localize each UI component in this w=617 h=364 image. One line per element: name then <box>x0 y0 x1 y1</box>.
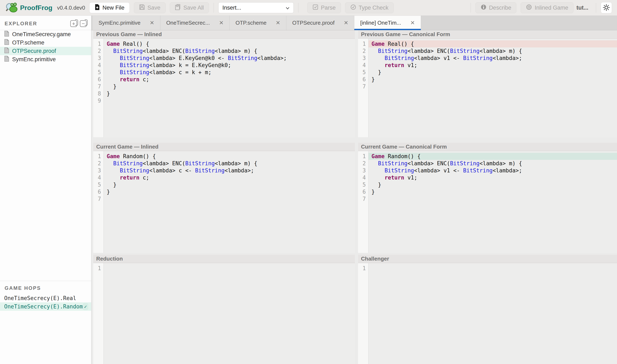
circle-check-icon <box>350 4 356 12</box>
code-line: } <box>369 181 617 188</box>
code-editor[interactable]: Game Random() { BitString<lambda> ENC(Bi… <box>369 151 617 253</box>
code-line: } <box>369 69 617 76</box>
panel-title: Challenger <box>358 255 617 263</box>
code-editor[interactable] <box>104 263 355 364</box>
new-file-button[interactable]: New File <box>89 2 130 13</box>
sun-icon <box>603 4 610 12</box>
file-icon <box>4 56 9 63</box>
check-icon: ✓ <box>83 303 88 310</box>
code-editor[interactable]: Game Real() { BitString<lambda> ENC(BitS… <box>369 39 617 137</box>
code-line <box>104 265 355 272</box>
code-line <box>369 265 617 272</box>
panel-previous-game-inlined: Previous Game — Inlined 123456789Game Re… <box>93 30 355 137</box>
tab-label: [inline] OneTim... <box>360 20 401 26</box>
code-line: BitString<lambda> v1 <- BitString<lambda… <box>369 54 617 62</box>
toolbar-divider <box>471 3 471 13</box>
code-editor[interactable]: Game Random() { BitString<lambda> ENC(Bi… <box>104 151 355 253</box>
explorer-file-otp-scheme[interactable]: OTP.scheme <box>0 39 91 47</box>
code-editor[interactable]: Game Real() { BitString<lambda> ENC(BitS… <box>104 39 355 137</box>
code-line: } <box>104 188 355 195</box>
panel-challenger: Challenger 1 <box>358 255 617 364</box>
code-line <box>104 97 355 104</box>
tab-close-icon[interactable]: ✕ <box>344 20 348 26</box>
file-name: OneTimeSecrecy.game <box>12 31 71 38</box>
explorer-file-onetimesecrecy-game[interactable]: OneTimeSecrecy.game <box>0 30 91 39</box>
collapse-all-icon[interactable]: − <box>80 20 87 27</box>
tab-close-icon[interactable]: ✕ <box>150 20 154 26</box>
code-line: Game Real() { <box>104 40 355 47</box>
code-line <box>369 195 617 202</box>
tab-close-icon[interactable]: ✕ <box>410 20 415 26</box>
tab-otpsecure-proof[interactable]: OTPSecure.proof✕ <box>286 16 354 30</box>
describe-button[interactable]: Describe <box>475 2 517 13</box>
theme-toggle-button[interactable] <box>601 2 612 13</box>
expand-all-icon[interactable]: + <box>70 20 77 27</box>
code-line: BitString<lambda> E.KeyGen@k0 <- BitStri… <box>104 54 355 62</box>
panel-title: Current Game — Canonical Form <box>358 143 617 151</box>
parse-button[interactable]: Parse <box>307 2 341 13</box>
explorer-file-symenc-primitive[interactable]: SymEnc.primitive <box>0 55 91 64</box>
code-line <box>104 195 355 202</box>
tab-label: OTPSecure.proof <box>292 20 334 26</box>
panel-title: Previous Game — Canonical Form <box>358 30 617 39</box>
save-all-button[interactable]: Save All <box>170 2 209 13</box>
panel-reduction: Reduction 1 <box>93 255 355 364</box>
explorer-file-otpsecure-proof[interactable]: OTPSecure.proof <box>0 47 91 55</box>
toolbar-divider <box>596 3 596 13</box>
game-hops-title: GAME HOPS <box>0 281 91 294</box>
file-icon <box>4 47 9 55</box>
save-all-icon <box>175 4 181 12</box>
code-line: BitString<lambda> c = k + m; <box>104 69 355 76</box>
line-number-gutter: 1234567 <box>358 151 369 253</box>
game-hop-onetimesecrecy-e-real[interactable]: OneTimeSecrecy(E).Real <box>0 294 91 302</box>
line-number-gutter: 1 <box>358 263 369 364</box>
tab-close-icon[interactable]: ✕ <box>219 20 224 26</box>
tab-otp-scheme[interactable]: OTP.scheme✕ <box>230 16 286 30</box>
tab-symenc-primitive[interactable]: SymEnc.primitive✕ <box>93 16 160 30</box>
save-icon <box>139 4 145 12</box>
tab-bar: SymEnc.primitive✕OneTimeSecrec...✕OTP.sc… <box>91 16 617 30</box>
line-number-gutter: 1 <box>93 263 104 364</box>
app-version: v0.4.0.dev0 <box>57 5 85 11</box>
inlined-game-button[interactable]: Inlined Game <box>521 2 574 13</box>
code-line: BitString<lambda> v1 <- BitString<lambda… <box>369 167 617 174</box>
panel-title: Previous Game — Inlined <box>93 30 355 39</box>
tab-label: OneTimeSecrec... <box>166 20 210 26</box>
code-line: BitString<lambda> k = E.KeyGen@k0; <box>104 62 355 69</box>
code-line: } <box>369 188 617 195</box>
code-line: BitString<lambda> c <- BitString<lambda>… <box>104 167 355 174</box>
app-title: ProofFrog <box>20 4 53 12</box>
file-icon <box>4 39 9 46</box>
toolbar-divider <box>214 3 214 13</box>
type-check-button[interactable]: Type Check <box>345 2 394 13</box>
code-line: } <box>104 181 355 188</box>
line-number-gutter: 1234567 <box>358 39 369 137</box>
save-button[interactable]: Save <box>134 2 166 13</box>
insert-select[interactable]: Insert... <box>218 2 294 13</box>
panel-current-game-inlined: Current Game — Inlined 1234567Game Rando… <box>93 143 355 253</box>
new-file-icon <box>95 4 100 12</box>
explorer-title: EXPLORER <box>5 21 37 26</box>
checkbox-check-icon <box>313 4 318 12</box>
code-editor[interactable] <box>369 263 617 364</box>
top-toolbar: ProofFrog v0.4.0.dev0 New File Save <box>0 0 617 16</box>
file-name: OTPSecure.proof <box>12 48 56 54</box>
file-name: OTP.scheme <box>12 39 44 46</box>
explorer-sidebar: EXPLORER + − OneTimeSecrecy.gameOTP.sche… <box>0 16 91 364</box>
tab-onetimesecrec[interactable]: OneTimeSecrec...✕ <box>160 16 230 30</box>
code-line: Game Random() { <box>104 153 355 160</box>
tab-label: OTP.scheme <box>235 20 266 26</box>
file-name: SymEnc.primitive <box>12 56 56 63</box>
code-line: } <box>104 83 355 90</box>
code-line: } <box>369 76 617 83</box>
panel-current-game-canonical: Current Game — Canonical Form 1234567Gam… <box>358 143 617 253</box>
game-hop-onetimesecrecy-e-random[interactable]: OneTimeSecrecy(E).Random✓ <box>0 302 91 311</box>
code-line: BitString<lambda> ENC(BitString<lambda> … <box>369 160 617 167</box>
panel-title: Current Game — Inlined <box>93 143 355 151</box>
code-line: BitString<lambda> ENC(BitString<lambda> … <box>369 47 617 54</box>
tab-inline-onetim[interactable]: [inline] OneTim...✕ <box>354 16 421 30</box>
editor-content: Previous Game — Inlined 123456789Game Re… <box>91 30 617 364</box>
code-line <box>369 83 617 90</box>
tab-close-icon[interactable]: ✕ <box>276 20 280 26</box>
tutorial-button[interactable]: tut... <box>576 5 588 11</box>
